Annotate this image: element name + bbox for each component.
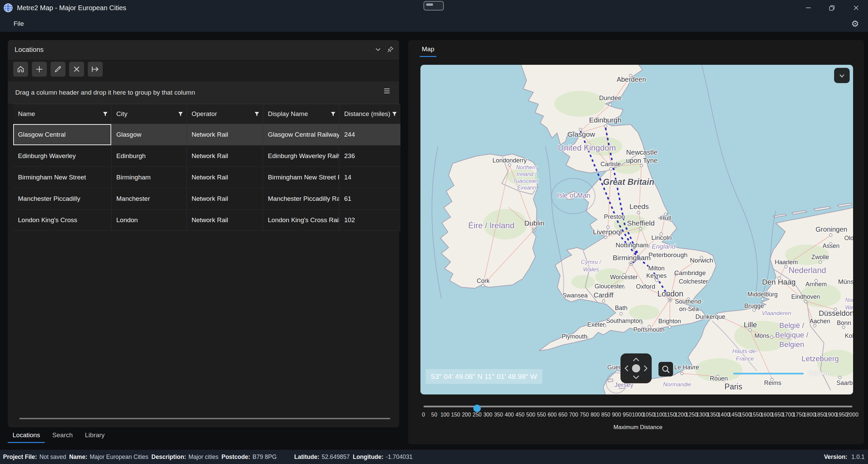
slider-label: Maximum Distance bbox=[423, 424, 852, 431]
map-label: Glasgow bbox=[567, 130, 595, 138]
map-search-button[interactable] bbox=[658, 362, 673, 376]
grid-body: Glasgow CentralGlasgowNetwork RailGlasgo… bbox=[13, 124, 400, 231]
cell-operator: Network Rail bbox=[187, 124, 263, 145]
pencil-icon bbox=[54, 65, 62, 73]
filter-icon[interactable] bbox=[254, 112, 259, 117]
city-dot bbox=[604, 236, 607, 239]
map-label: Assen bbox=[823, 243, 840, 249]
table-row[interactable]: Glasgow CentralGlasgowNetwork RailGlasgo… bbox=[13, 124, 400, 146]
delete-button[interactable] bbox=[69, 62, 84, 77]
group-hint-label: Drag a column header and drop it here to… bbox=[15, 89, 195, 96]
column-header[interactable]: Name bbox=[13, 104, 112, 124]
cell-name: London King's Cross bbox=[13, 210, 112, 231]
status-value: Not saved bbox=[39, 453, 66, 460]
slider-tick-labels: 0501001502002503003504004505005506006507… bbox=[423, 412, 852, 419]
snap-layout-pill[interactable] bbox=[423, 1, 444, 11]
map-label: Éire / Ireland bbox=[468, 221, 514, 230]
map-collapse-button[interactable] bbox=[834, 68, 850, 83]
column-header[interactable]: Distance (miles) bbox=[339, 104, 400, 124]
map-label: Worcester bbox=[610, 274, 638, 281]
tick-label: 50 bbox=[431, 412, 437, 418]
map-label: Saarbrücken bbox=[836, 380, 853, 386]
column-header[interactable]: City bbox=[112, 104, 187, 124]
table-row[interactable]: Edinburgh WaverleyEdinburghNetwork RailE… bbox=[13, 146, 400, 167]
map-label: Edinburgh bbox=[589, 116, 622, 124]
cell-name: Edinburgh Waverley bbox=[13, 146, 112, 167]
map-label: Keynes bbox=[646, 272, 667, 279]
city-dot bbox=[839, 376, 841, 379]
home-button[interactable] bbox=[13, 62, 28, 77]
status-label: Latitude: bbox=[294, 453, 319, 460]
filter-icon[interactable] bbox=[178, 112, 183, 117]
map-label: Cardiff bbox=[594, 291, 614, 299]
map-label: Ireland / bbox=[517, 171, 537, 177]
map-label: Paris bbox=[725, 382, 742, 391]
coordinate-readout: 53° 04' 49.08" N 11° 01' 48.98" W bbox=[426, 369, 542, 384]
table-row[interactable]: London King's CrossLondonNetwork RailLon… bbox=[13, 210, 400, 231]
tick-label: 350 bbox=[494, 412, 503, 418]
table-row[interactable]: Birmingham New StreetBirminghamNetwork R… bbox=[13, 167, 400, 188]
status-label: Name: bbox=[69, 453, 87, 460]
city-dot bbox=[508, 163, 511, 166]
tick-label: 1400 bbox=[718, 412, 730, 418]
map-label: Southend- bbox=[675, 298, 703, 305]
map-label: Bonn bbox=[837, 320, 851, 326]
slider-track[interactable] bbox=[423, 406, 852, 407]
tab-locations[interactable]: Locations bbox=[8, 429, 45, 443]
slider-thumb[interactable] bbox=[473, 405, 481, 412]
tab-search[interactable]: Search bbox=[47, 429, 77, 443]
cell-display_name: London King's Cross Railway Station bbox=[263, 210, 339, 231]
tick-label: 650 bbox=[558, 412, 568, 418]
column-header-label: Distance (miles) bbox=[344, 110, 390, 118]
cell-name: Glasgow Central bbox=[13, 124, 112, 145]
group-drop-zone[interactable]: Drag a column header and drop it here to… bbox=[8, 81, 399, 104]
city-dot bbox=[604, 125, 607, 128]
panel-collapse-button[interactable] bbox=[373, 45, 383, 54]
city-dot bbox=[655, 279, 658, 282]
menu-file[interactable]: File bbox=[10, 18, 27, 30]
map-label: Gloucester bbox=[594, 283, 624, 290]
map-label: Mons bbox=[754, 332, 769, 339]
tab-library[interactable]: Library bbox=[80, 429, 110, 443]
horizontal-scrollbar[interactable] bbox=[19, 418, 390, 419]
tick-label: 1000 bbox=[632, 412, 644, 418]
status-item: Project File:Not saved bbox=[3, 453, 66, 461]
table-row[interactable]: Manchester PiccadillyManchesterNetwork R… bbox=[13, 188, 400, 210]
tick-label: 550 bbox=[537, 412, 546, 418]
map-label: Lincoln bbox=[651, 234, 672, 241]
panel-pin-button[interactable] bbox=[386, 45, 395, 54]
map-label: Aachen bbox=[809, 318, 830, 325]
hamburger-menu-icon[interactable] bbox=[383, 88, 390, 94]
map-label: upon Tyne bbox=[626, 157, 657, 164]
tick-label: 1350 bbox=[707, 412, 719, 418]
tick-label: 300 bbox=[483, 412, 492, 418]
map-label: Exeter bbox=[587, 321, 605, 328]
goto-button[interactable] bbox=[88, 62, 103, 77]
column-header[interactable]: Operator bbox=[187, 104, 263, 124]
map-label: Éireann bbox=[517, 185, 536, 191]
column-header[interactable]: Display Name bbox=[263, 104, 339, 124]
tick-label: 400 bbox=[505, 412, 514, 418]
add-button[interactable] bbox=[32, 62, 47, 77]
filter-icon[interactable] bbox=[103, 112, 108, 117]
city-dot bbox=[749, 329, 751, 331]
map-label: Great Britain bbox=[603, 177, 654, 187]
tab-map[interactable]: Map bbox=[420, 43, 436, 57]
filter-icon[interactable] bbox=[392, 112, 397, 117]
close-button[interactable] bbox=[845, 0, 867, 16]
map-label: Eindhoven bbox=[791, 293, 820, 300]
minimize-button[interactable] bbox=[797, 0, 819, 16]
city-dot-inner bbox=[533, 229, 535, 231]
tick-label: 900 bbox=[612, 412, 621, 418]
edit-button[interactable] bbox=[51, 62, 65, 77]
settings-button[interactable]: ⚙ bbox=[848, 17, 862, 30]
map-container[interactable]: AberdeenDundeeEdinburghGlasgowUnited Kin… bbox=[420, 65, 853, 394]
maximize-button[interactable] bbox=[821, 0, 843, 16]
filter-icon[interactable] bbox=[331, 112, 336, 117]
map-label: Londonderry bbox=[492, 157, 527, 164]
status-label: Project File: bbox=[3, 453, 37, 460]
cell-operator: Network Rail bbox=[187, 167, 263, 188]
tick-label: 200 bbox=[462, 412, 471, 418]
pan-control[interactable] bbox=[620, 353, 652, 383]
tick-label: 1600 bbox=[761, 412, 773, 418]
